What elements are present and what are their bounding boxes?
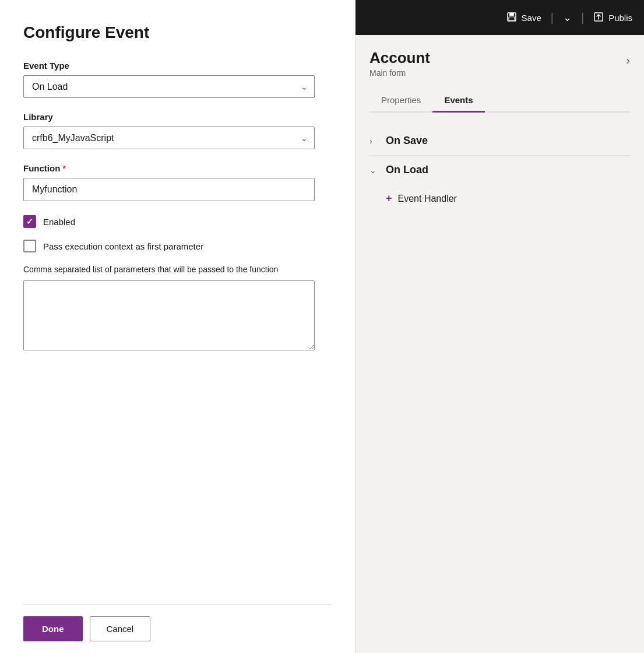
- on-save-row[interactable]: › On Save: [369, 127, 630, 155]
- publish-label: Publis: [608, 13, 632, 23]
- params-textarea[interactable]: [23, 280, 315, 350]
- save-label: Save: [522, 13, 541, 23]
- enabled-row: Enabled: [23, 215, 332, 228]
- library-select-wrapper: crfb6_MyJavaScript ⌄: [23, 127, 315, 149]
- library-label: Library: [23, 112, 332, 122]
- header-divider-2: |: [581, 11, 584, 24]
- params-label: Comma separated list of parameters that …: [23, 264, 332, 276]
- library-select[interactable]: crfb6_MyJavaScript: [23, 127, 315, 149]
- tabs-row: Properties Events: [369, 89, 630, 113]
- event-type-label: Event Type: [23, 61, 332, 71]
- tab-events[interactable]: Events: [432, 89, 484, 113]
- pass-context-checkbox[interactable]: [23, 240, 36, 252]
- function-label: Function*: [23, 163, 332, 173]
- event-type-select-wrapper: On Load ⌄: [23, 75, 315, 98]
- dialog-footer: Done Cancel: [23, 604, 332, 653]
- publish-icon: [593, 12, 604, 24]
- required-indicator: *: [62, 163, 66, 173]
- right-panel: Save | ⌄ | Publis Account Main form ›: [356, 0, 644, 653]
- enabled-label: Enabled: [43, 217, 75, 227]
- params-group: Comma separated list of parameters that …: [23, 264, 332, 353]
- cancel-button[interactable]: Cancel: [90, 616, 151, 641]
- on-load-row[interactable]: ⌄ On Load: [369, 156, 630, 184]
- on-load-title: On Load: [386, 164, 428, 176]
- save-icon: [506, 12, 517, 24]
- add-handler-row[interactable]: + Event Handler: [369, 184, 630, 213]
- events-section: › On Save ⌄ On Load + Event Handler: [369, 127, 630, 213]
- account-title: Account: [369, 49, 430, 67]
- event-type-select[interactable]: On Load: [23, 75, 315, 98]
- save-button[interactable]: Save: [506, 12, 541, 24]
- on-save-title: On Save: [386, 135, 428, 147]
- tab-properties[interactable]: Properties: [369, 89, 432, 113]
- function-input[interactable]: [23, 178, 315, 201]
- svg-rect-2: [509, 17, 515, 20]
- library-group: Library crfb6_MyJavaScript ⌄: [23, 112, 332, 149]
- dialog-title: Configure Event: [23, 23, 332, 42]
- pass-context-label: Pass execution context as first paramete…: [43, 241, 203, 251]
- app-header: Save | ⌄ | Publis: [356, 0, 644, 35]
- account-subtitle: Main form: [369, 68, 430, 78]
- event-type-group: Event Type On Load ⌄: [23, 61, 332, 98]
- account-info: Account Main form: [369, 49, 430, 78]
- publish-button[interactable]: Publis: [593, 12, 632, 24]
- header-divider: |: [551, 11, 554, 24]
- account-expand-icon[interactable]: ›: [626, 54, 630, 67]
- enabled-checkbox[interactable]: [23, 215, 36, 228]
- on-save-chevron-icon: ›: [369, 136, 379, 146]
- dropdown-chevron-icon: ⌄: [563, 11, 572, 24]
- add-handler-label: Event Handler: [398, 194, 457, 204]
- configure-event-dialog: Configure Event Event Type On Load ⌄ Lib…: [0, 0, 356, 653]
- done-button[interactable]: Done: [23, 616, 83, 641]
- svg-rect-1: [509, 13, 514, 16]
- on-load-chevron-icon: ⌄: [369, 166, 379, 175]
- right-content: Account Main form › Properties Events › …: [356, 35, 644, 653]
- pass-context-row: Pass execution context as first paramete…: [23, 240, 332, 252]
- dropdown-button[interactable]: ⌄: [563, 11, 572, 24]
- account-header: Account Main form ›: [369, 49, 630, 78]
- function-group: Function*: [23, 163, 332, 201]
- plus-icon: +: [386, 192, 392, 205]
